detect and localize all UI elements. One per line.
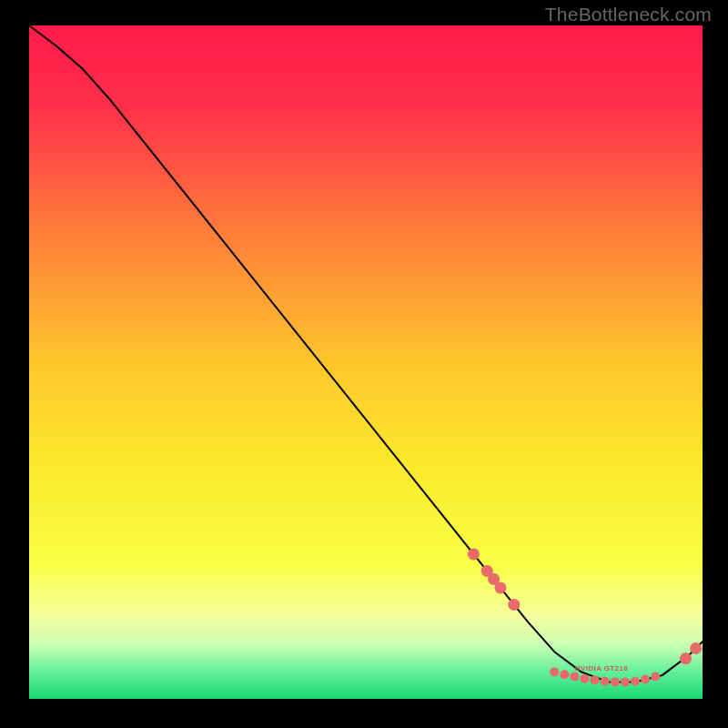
- data-marker: [601, 677, 610, 686]
- data-marker: [651, 672, 660, 682]
- plot-background: [29, 25, 703, 699]
- data-marker: [570, 672, 579, 682]
- data-marker: [591, 675, 600, 684]
- data-marker: [581, 674, 590, 683]
- data-marker: [495, 581, 507, 593]
- data-marker: [611, 678, 620, 687]
- data-marker: [690, 642, 702, 654]
- data-marker: [621, 678, 630, 687]
- data-marker: [508, 599, 520, 611]
- chart-svg: NVIDIA GT218: [0, 0, 728, 728]
- chart-container: TheBottleneck.com NVIDIA GT218: [0, 0, 728, 728]
- data-marker: [550, 667, 559, 676]
- data-marker: [641, 675, 650, 684]
- data-marker: [468, 548, 480, 560]
- data-marker: [631, 677, 640, 686]
- data-marker: [680, 652, 692, 664]
- data-marker: [560, 670, 569, 679]
- bottom-cluster-label: NVIDIA GT218: [575, 664, 628, 672]
- watermark-text: TheBottleneck.com: [545, 4, 712, 25]
